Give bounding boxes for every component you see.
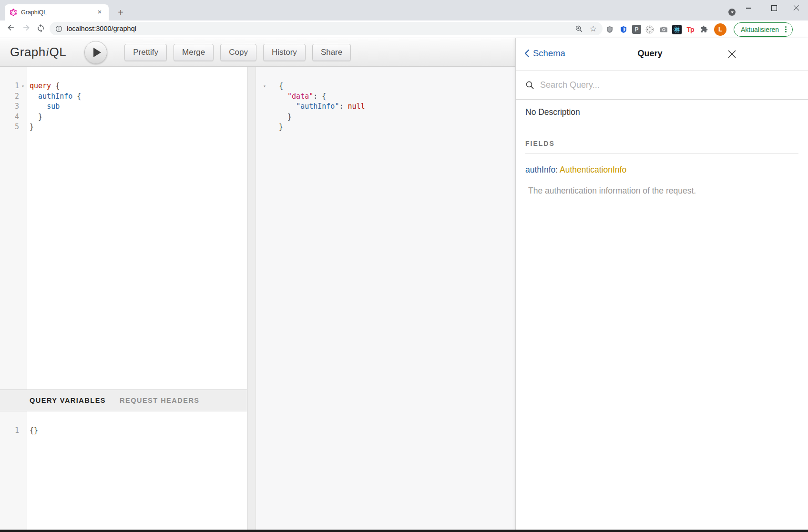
code-line: } (256, 112, 515, 123)
ublock-extension-icon[interactable] (604, 24, 615, 35)
toolbar-button-history[interactable]: History (263, 44, 306, 61)
field-name-link[interactable]: authInfo (525, 165, 555, 174)
extensions-puzzle-icon[interactable] (699, 24, 709, 35)
toolbar-buttons: PrettifyMergeCopyHistoryShare (124, 44, 351, 61)
zoom-icon[interactable] (575, 25, 583, 33)
result-viewer[interactable]: ▾{ "data": { "authInfo": null }} (256, 67, 515, 530)
code-line: "authInfo": null (256, 102, 515, 112)
tp-extension-icon[interactable]: Tp (685, 24, 695, 35)
line-number: 2 (0, 92, 19, 102)
code-line: 1▾query { (0, 81, 247, 92)
line-number: 3 (0, 102, 19, 112)
code-line: ▾{ (256, 81, 515, 92)
window-minimize-button[interactable] (740, 1, 757, 15)
fold-gutter (19, 112, 27, 123)
close-icon (728, 50, 736, 58)
back-button[interactable] (6, 22, 16, 33)
react-devtools-extension-icon[interactable] (672, 25, 682, 34)
tab-title: GraphiQL (21, 9, 95, 16)
code-line: 4 } (0, 112, 247, 123)
code-text: } (27, 122, 34, 133)
toolbar-button-merge[interactable]: Merge (174, 44, 214, 61)
fold-gutter (19, 426, 27, 436)
new-tab-button[interactable]: + (114, 6, 127, 19)
line-number: 1 (0, 426, 19, 436)
code-text: "data": { (273, 92, 326, 102)
update-button-label: Aktualisieren (741, 26, 779, 33)
bitwarden-extension-icon[interactable] (618, 24, 629, 35)
code-text: {} (27, 426, 38, 436)
profile-avatar[interactable]: L (714, 23, 726, 36)
extensions-row: P Tp L Aktualisieren (604, 20, 793, 38)
url-text[interactable]: localhost:3000/graphql (67, 25, 568, 32)
fold-arrow-icon[interactable]: ▾ (19, 81, 27, 92)
code-line: } (256, 122, 515, 133)
fold-gutter (256, 102, 273, 112)
code-text: query { (27, 81, 60, 92)
field-description: The authentication information of the re… (525, 186, 798, 196)
fold-arrow-icon[interactable]: ▾ (256, 81, 273, 92)
code-text: "authInfo": null (273, 102, 365, 112)
query-variables-editor[interactable]: 1{} (0, 411, 247, 530)
kebab-menu-icon[interactable] (782, 26, 789, 33)
graphiql-topbar: GraphiQL PrettifyMergeCopyHistoryShare (0, 38, 515, 67)
tab-strip: GraphiQL × + (0, 0, 808, 20)
code-text: { (273, 81, 283, 92)
tab-query-variables[interactable]: QUERY VARIABLES (30, 397, 106, 404)
graphql-favicon-icon (10, 9, 17, 16)
code-text: } (27, 112, 42, 123)
picker-extension-icon[interactable] (644, 24, 655, 35)
code-text: sub (27, 102, 60, 112)
code-text: } (273, 122, 283, 133)
fold-gutter (19, 92, 27, 102)
fields-divider (525, 153, 798, 154)
code-line: "data": { (256, 92, 515, 102)
forward-button[interactable] (21, 22, 31, 33)
execute-query-button[interactable] (84, 41, 107, 64)
line-number: 5 (0, 122, 19, 133)
page-info-icon[interactable] (55, 25, 62, 32)
toolbar-button-prettify[interactable]: Prettify (124, 44, 167, 61)
graphiql-logo: GraphiQL (10, 45, 66, 60)
camera-extension-icon[interactable] (658, 24, 669, 35)
code-text: } (273, 112, 292, 123)
doc-explorer-close-button[interactable] (726, 48, 738, 60)
code-line: 5} (0, 122, 247, 133)
address-bar[interactable]: localhost:3000/graphql ☆ (50, 22, 603, 35)
secondary-editor-title-bar: QUERY VARIABLESREQUEST HEADERS (0, 389, 247, 411)
fields-heading: FIELDS (525, 140, 798, 147)
doc-search-input[interactable] (539, 80, 798, 91)
code-line: 3 sub (0, 102, 247, 112)
window-close-button[interactable] (788, 1, 805, 15)
tab-search-icon[interactable] (728, 9, 736, 16)
browser-window: GraphiQL × + localhost:3000/graphql ☆ (0, 0, 808, 532)
p-extension-icon[interactable]: P (632, 25, 641, 34)
fold-gutter (19, 102, 27, 112)
update-page-action-button[interactable]: Aktualisieren (734, 22, 793, 37)
fold-gutter (256, 92, 273, 102)
line-number: 1 (0, 81, 19, 92)
fold-gutter (256, 122, 273, 133)
panel-resize-handle[interactable] (247, 67, 256, 530)
bookmark-star-icon[interactable]: ☆ (590, 25, 597, 33)
toolbar-button-share[interactable]: Share (312, 44, 351, 61)
toolbar-button-copy[interactable]: Copy (220, 44, 256, 61)
window-maximize-button[interactable] (766, 1, 783, 15)
line-number: 4 (0, 112, 19, 123)
tab-request-headers[interactable]: REQUEST HEADERS (120, 397, 200, 404)
doc-explorer-contents: No Description FIELDS authInfo: Authenti… (516, 100, 808, 196)
field-row: authInfo: AuthenticationInfo (525, 165, 798, 175)
doc-search-row (516, 71, 808, 100)
code-text: authInfo { (27, 92, 81, 102)
tab-close-icon[interactable]: × (95, 8, 104, 17)
query-editor[interactable]: 1▾query {2 authInfo {3 sub4 }5} (0, 67, 247, 389)
taskbar-edge (0, 530, 808, 532)
doc-explorer-panel: Schema Query No Description FIELDS authI (515, 38, 808, 530)
browser-tab-graphiql[interactable]: GraphiQL × (5, 4, 109, 20)
doc-explorer-title: Query (516, 49, 784, 59)
reload-button[interactable] (35, 22, 46, 33)
search-icon (525, 81, 534, 90)
field-type-link[interactable]: AuthenticationInfo (560, 165, 626, 174)
fold-gutter (256, 112, 273, 123)
code-line: 1{} (0, 426, 247, 436)
